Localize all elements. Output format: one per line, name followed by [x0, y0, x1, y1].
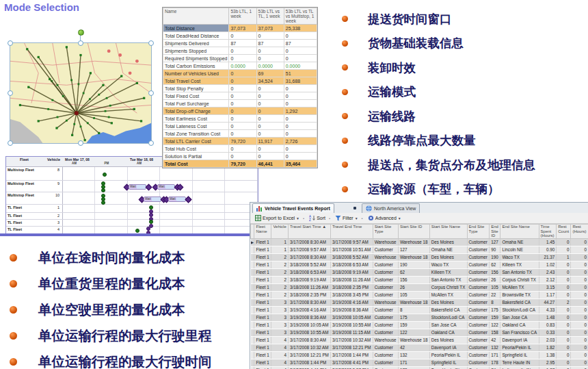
cost-row-value: 0 — [284, 32, 317, 40]
grid-col-header[interactable]: Rest Count — [557, 225, 571, 239]
grid-row[interactable]: Fleet 133/19/2008 8:36 AM3/19/2008 10:05… — [251, 314, 588, 321]
grid-col-header[interactable]: Rest (Hours) — [571, 225, 588, 239]
grid-row[interactable]: Fleet 143/17/2008 1:44 PM3/17/2008 4:41 … — [251, 359, 588, 366]
gantt-row[interactable]: TL Fleet2 — [6, 213, 258, 220]
cost-table-row[interactable]: Total Earliness Cost000 — [163, 115, 317, 123]
selection-handle[interactable] — [78, 40, 83, 46]
cost-table-row[interactable]: Shipments Delivered878787 — [163, 40, 317, 47]
cost-table-row[interactable]: Total Hub Cost000 — [163, 145, 317, 153]
gantt-scrollbar[interactable] — [0, 233, 257, 236]
grid-col-header[interactable]: End Site ID — [490, 225, 500, 239]
gantt-row[interactable]: Multistop Fleet8 — [6, 167, 258, 181]
feature-bullet-label: 提送点，集货点分布及地理信息 — [368, 157, 535, 173]
grid-cell: Customer — [373, 261, 398, 268]
cost-table-row[interactable]: Total LTL Carrier Cost79,72011,9172,726 — [163, 138, 317, 145]
grid-col-header[interactable]: Vehicle — [271, 225, 289, 239]
cost-table-row[interactable]: Shipments Stopped000 — [163, 47, 317, 55]
grid-row[interactable]: Fleet 113/17/2008 9:57 AM3/17/2008 10:51… — [251, 246, 588, 253]
selection-handle[interactable] — [148, 40, 154, 46]
bullet-icon — [342, 162, 348, 168]
grid-cell: Fleet 1 — [254, 246, 271, 253]
rotate-handle-icon[interactable] — [78, 29, 84, 36]
selection-handle[interactable] — [148, 140, 154, 146]
selection-handle[interactable] — [8, 40, 13, 46]
cost-table-row[interactable]: Solution is Partial000 — [163, 153, 317, 160]
cost-table-row[interactable]: Number of Vehicles Used06951 — [163, 70, 317, 77]
grid-row[interactable]: Fleet 143/17/2008 4:41 PM3/17/2008 5:57 … — [251, 366, 588, 369]
selection-handle[interactable] — [148, 90, 154, 96]
sort-button[interactable]: AZSort — [308, 215, 327, 222]
cost-table-row[interactable]: Total Fixed Cost000 — [163, 92, 317, 100]
grid-row[interactable]: Fleet 143/17/2008 8:30 AM3/17/2008 10:32… — [251, 336, 588, 344]
cost-table-row[interactable]: Total Fuel Surcharge000 — [163, 100, 317, 107]
cost-table-row[interactable]: Total Distance37,07337,07325,338 — [163, 25, 317, 32]
cost-row-value: 79,720 — [229, 138, 256, 145]
grid-row[interactable]: Fleet 123/18/2008 2:35 PM3/18/2008 3:45 … — [251, 291, 588, 298]
grid-row[interactable]: Fleet 123/18/2008 11:26 AM3/18/2008 2:35… — [251, 283, 588, 291]
grid-row[interactable]: Fleet 133/19/2008 4:16 AM3/19/2008 8:36 … — [251, 306, 588, 314]
tab-north-america-view[interactable]: North America View — [362, 203, 420, 213]
cost-table-row[interactable]: Total Zone Transition Cost000 — [163, 130, 317, 138]
grid-row[interactable]: Fleet 143/17/2008 12:21 PM3/17/2008 1:44… — [251, 351, 588, 359]
wait-bar[interactable]: Wait — [144, 196, 161, 202]
grid-cell: Des Moines — [429, 253, 467, 261]
cost-table-row[interactable]: Total Carbon Emissions0.00000.00000.0000 — [163, 62, 317, 70]
grid-cell: 0 — [571, 298, 588, 306]
grid-cell: 0 — [557, 283, 571, 291]
cost-table-row[interactable]: Total DeadHead Distance000 — [163, 32, 317, 40]
gantt-fleet-label: Multistop Fleet — [8, 181, 34, 186]
grid-col-header[interactable]: End Site Name — [500, 225, 539, 239]
grid-col-header[interactable]: Travel End Time — [330, 225, 373, 239]
gantt-row[interactable]: TL Fleet3 — [6, 220, 258, 227]
cost-row-value: 51 — [284, 70, 317, 77]
cost-table-row[interactable]: Total Cost79,72046,44135,464 — [163, 160, 317, 168]
grid-row[interactable]: ▶Fleet 113/17/2008 8:30 AM3/17/2008 9:57… — [251, 238, 588, 246]
tab-vehicle-travel-events-report[interactable]: Vehicle Travel Events Report — [252, 203, 334, 213]
grid-cell: Customer — [467, 329, 490, 336]
grid-row[interactable]: Fleet 123/17/2008 8:30 AM3/18/2008 5:52 … — [251, 253, 588, 261]
gantt-row[interactable]: Multistop Fleet9WaitWait — [6, 181, 258, 192]
selection-handle[interactable] — [78, 140, 83, 146]
grid-row[interactable]: Fleet 133/17/2008 8:30 AM3/19/2008 4:16 … — [251, 298, 588, 306]
gantt-row[interactable]: Multistop Fleet10WaitWait — [6, 192, 258, 205]
selection-handle[interactable] — [8, 90, 13, 96]
grid-col-header[interactable]: End Site Type — [467, 225, 490, 239]
grid-cell: Bakersfield CA — [429, 306, 467, 314]
stop-node — [49, 78, 51, 80]
grid-col-header[interactable]: Time Spent (Hours) — [539, 225, 557, 239]
route-map-image[interactable] — [10, 42, 152, 144]
grid-row[interactable]: Fleet 123/18/2008 5:52 AM3/18/2008 6:53 … — [251, 261, 588, 268]
wait-bar[interactable]: Wait — [168, 196, 186, 202]
page-title: Mode Selection — [4, 1, 79, 13]
grid-row[interactable]: Fleet 123/18/2008 6:53 AM3/18/2008 9:19 … — [251, 268, 588, 276]
grid-cell: 0 — [571, 268, 588, 276]
grid-cell: San Francisco CA — [500, 329, 539, 336]
cost-table-row[interactable]: Required Shipments Stopped000 — [163, 55, 317, 62]
wait-bar[interactable]: Wait — [129, 184, 146, 190]
wait-bar[interactable]: Wait — [157, 184, 175, 190]
cost-table-row[interactable]: Total Stop Penalty000 — [163, 85, 317, 92]
report-window: Vehicle Travel Events ReportNorth Americ… — [250, 202, 588, 369]
cost-table-row[interactable]: Total Travel Cost034,52431,688 — [163, 77, 317, 85]
grid-cell: 3/18/2008 2:35 PM — [289, 291, 331, 298]
cost-table-row[interactable]: Total Lateness Cost000 — [163, 123, 317, 130]
tab-separator-dot — [353, 207, 356, 209]
grid-col-header[interactable]: Travel Start Time ▲ — [289, 225, 331, 239]
grid-row[interactable]: Fleet 123/18/2008 9:19 AM3/18/2008 11:26… — [251, 276, 588, 283]
grid-col-header[interactable]: Start Site ID — [398, 225, 429, 239]
grid-col-header[interactable]: Start Site Name — [429, 225, 467, 239]
grid-cell: 0 — [557, 261, 571, 268]
advanced-button[interactable]: Advanced▼ — [366, 215, 403, 222]
grid-row[interactable]: Fleet 143/17/2008 10:32 AM3/17/2008 12:2… — [251, 344, 588, 351]
grid-col-header[interactable]: Fleet Name — [254, 225, 271, 239]
cost-table-row[interactable]: Total Drop-off Charge001,292 — [163, 107, 317, 115]
selection-handle[interactable] — [8, 140, 13, 146]
grid-col-header[interactable]: Start Site Type — [373, 225, 398, 239]
grid-row[interactable]: Fleet 133/19/2008 10:05 AM3/19/2008 10:5… — [251, 321, 588, 329]
grid-cell: 0 — [557, 359, 571, 366]
grid-row[interactable]: Fleet 133/19/2008 10:55 AM3/19/2008 11:1… — [251, 329, 588, 336]
gantt-row[interactable]: TL Fleet1 — [6, 205, 258, 213]
filter-button[interactable]: Filter▼ — [334, 215, 360, 222]
export-to-excel-button[interactable]: Export to Excel▼ — [254, 215, 301, 222]
grid-cell: 0 — [571, 276, 588, 283]
